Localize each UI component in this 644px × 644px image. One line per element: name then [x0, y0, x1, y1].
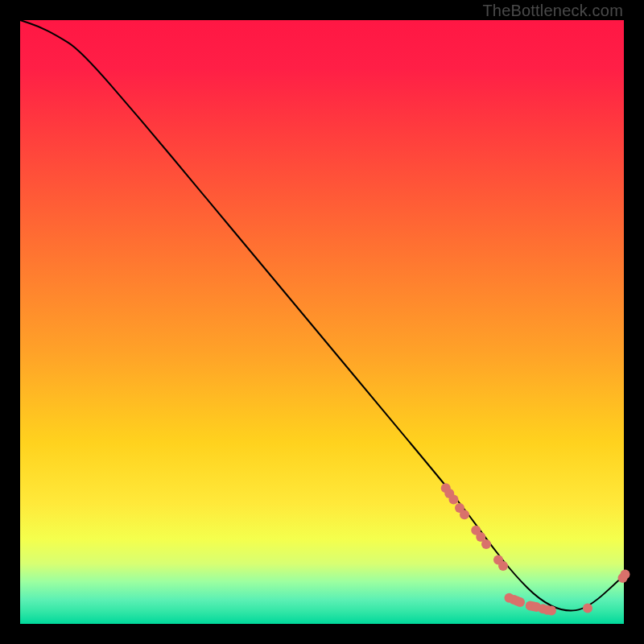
- marker-point: [620, 570, 630, 580]
- curve-bottleneck-curve: [20, 20, 624, 611]
- marker-point: [460, 510, 469, 519]
- marker-point: [583, 604, 592, 613]
- marker-point: [481, 539, 491, 549]
- plot-area: [20, 20, 624, 624]
- attribution-text: TheBottleneck.com: [482, 2, 623, 20]
- chart-stage: TheBottleneck.com: [0, 0, 644, 644]
- marker-point: [515, 597, 525, 607]
- marker-point: [498, 561, 508, 571]
- marker-point: [547, 606, 556, 616]
- marker-point: [449, 495, 459, 505]
- plot-svg: [20, 20, 624, 624]
